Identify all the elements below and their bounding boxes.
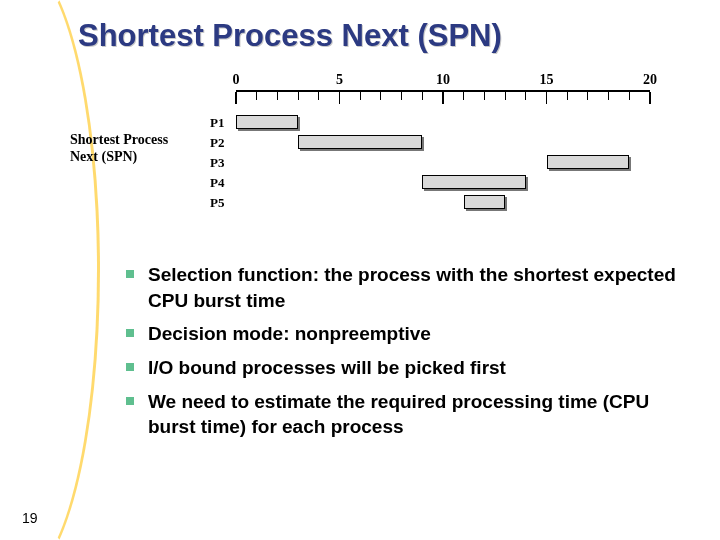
axis-tick-major (442, 92, 444, 104)
axis-tick-minor (608, 92, 609, 100)
axis-tick-minor (587, 92, 588, 100)
axis-tick-minor (318, 92, 319, 100)
axis-tick-major (649, 92, 651, 104)
chart-side-label-line1: Shortest Process (70, 132, 168, 147)
gantt-rows: P1P2P3P4P5 (210, 114, 666, 214)
gantt-row-label: P2 (210, 135, 224, 151)
gantt-bar (422, 175, 526, 189)
axis-tick-label: 10 (436, 72, 450, 88)
gantt-row-label: P5 (210, 195, 224, 211)
axis-tick-minor (256, 92, 257, 100)
gantt-row-label: P3 (210, 155, 224, 171)
axis-tick-minor (360, 92, 361, 100)
gantt-bar (547, 155, 630, 169)
gantt-row: P1 (210, 114, 666, 134)
axis-tick-minor (401, 92, 402, 100)
axis-tick-major (235, 92, 237, 104)
gantt-row-label: P4 (210, 175, 224, 191)
axis-tick-minor (525, 92, 526, 100)
axis-tick-label: 5 (336, 72, 343, 88)
axis-tick-minor (298, 92, 299, 100)
axis-tick-minor (277, 92, 278, 100)
gantt-row-label: P1 (210, 115, 224, 131)
axis-tick-label: 0 (233, 72, 240, 88)
axis-tick-label: 20 (643, 72, 657, 88)
chart-side-label-line2: Next (SPN) (70, 149, 137, 164)
gantt-bar (298, 135, 422, 149)
list-item: I/O bound processes will be picked first (120, 355, 690, 381)
gantt-row: P4 (210, 174, 666, 194)
slide-title: Shortest Process Next (SPN) (78, 18, 502, 54)
axis-tick-major (546, 92, 548, 104)
gantt-chart: 05101520 P1P2P3P4P5 (236, 72, 666, 234)
axis-tick-minor (463, 92, 464, 100)
axis-tick-minor (422, 92, 423, 100)
axis-tick-minor (629, 92, 630, 100)
decorative-accent-curve (0, 0, 100, 540)
gantt-bar (464, 195, 505, 209)
axis-tick-minor (380, 92, 381, 100)
bullet-list: Selection function: the process with the… (120, 262, 690, 448)
axis-labels: 05101520 (236, 72, 666, 88)
axis-tick-label: 15 (540, 72, 554, 88)
list-item: Selection function: the process with the… (120, 262, 690, 313)
axis-tick-minor (505, 92, 506, 100)
axis-tick-minor (567, 92, 568, 100)
chart-side-label: Shortest Process Next (SPN) (70, 132, 168, 166)
gantt-row: P2 (210, 134, 666, 154)
page-number: 19 (22, 510, 38, 526)
gantt-bar (236, 115, 298, 129)
axis-tick-minor (484, 92, 485, 100)
list-item: We need to estimate the required process… (120, 389, 690, 440)
gantt-row: P5 (210, 194, 666, 214)
gantt-row: P3 (210, 154, 666, 174)
list-item: Decision mode: nonpreemptive (120, 321, 690, 347)
axis-tick-major (339, 92, 341, 104)
